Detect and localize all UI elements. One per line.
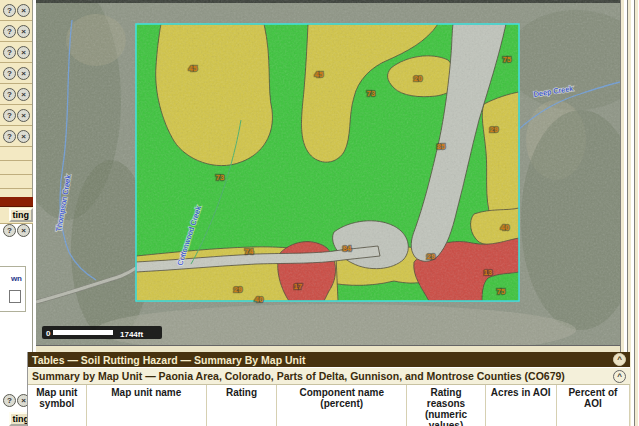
close-icon[interactable]: × bbox=[17, 109, 30, 122]
map-frame-bottom bbox=[36, 345, 620, 352]
summary-table: Map unit symbol Map unit name Rating Com… bbox=[28, 385, 630, 426]
view-rating-button[interactable]: ting bbox=[9, 208, 34, 222]
help-icon[interactable]: ? bbox=[3, 25, 16, 38]
map-unit-label: 45 bbox=[315, 70, 323, 79]
map-unit-label: 75 bbox=[503, 55, 511, 64]
col-percent-of-aoi[interactable]: Percent of AOI bbox=[556, 385, 629, 426]
map-unit-label: 29 bbox=[490, 125, 498, 134]
collapse-icon[interactable]: ^ bbox=[613, 353, 626, 366]
map-unit-label: 84 bbox=[343, 244, 352, 253]
col-rating[interactable]: Rating bbox=[206, 385, 276, 426]
sidebar-legend-rows: ?×?×?×?×?×?×?× bbox=[0, 0, 32, 147]
col-map-unit-name[interactable]: Map unit name bbox=[86, 385, 206, 426]
tables-title: Tables — Soil Rutting Hazard — Summary B… bbox=[32, 354, 305, 366]
summary-header-bar[interactable]: Summary by Map Unit — Paonia Area, Color… bbox=[28, 368, 630, 385]
close-icon[interactable]: × bbox=[17, 224, 30, 237]
sidebar-row: ?× bbox=[0, 63, 32, 84]
map-unit-label: 85 bbox=[437, 142, 445, 151]
map-unit-label: 17 bbox=[294, 282, 302, 291]
close-icon[interactable]: × bbox=[17, 25, 30, 38]
col-map-unit-symbol[interactable]: Map unit symbol bbox=[28, 385, 86, 426]
map-unit-label: 73 bbox=[367, 89, 375, 98]
map-unit-label: 20 bbox=[414, 74, 422, 83]
map-unit-label: 29 bbox=[234, 285, 242, 294]
help-icon[interactable]: ? bbox=[3, 46, 16, 59]
map-unit-label: 74 bbox=[245, 247, 254, 256]
sidebar-row: ?× bbox=[0, 84, 32, 105]
col-acres-in-aoi[interactable]: Acres in AOI bbox=[485, 385, 556, 426]
summary-title: Summary by Map Unit — Paonia Area, Color… bbox=[32, 370, 565, 382]
map-unit-label: 75 bbox=[497, 287, 505, 296]
sidebar-button-row: ting bbox=[0, 207, 33, 224]
close-icon[interactable]: × bbox=[17, 4, 30, 17]
help-icon[interactable]: ? bbox=[3, 130, 16, 143]
sidebar-row: ?× bbox=[0, 42, 32, 63]
sidebar-row bbox=[0, 161, 32, 175]
tables-header-bar[interactable]: Tables — Soil Rutting Hazard — Summary B… bbox=[28, 352, 630, 367]
map-unit-label: 45 bbox=[189, 64, 197, 73]
sidebar-row bbox=[0, 175, 32, 189]
map-unit-label: 40 bbox=[255, 295, 263, 304]
table-header-row: Map unit symbol Map unit name Rating Com… bbox=[28, 385, 630, 426]
scale-distance-label: 1744ft bbox=[120, 330, 143, 339]
sidebar-option-label: wn bbox=[11, 274, 22, 283]
close-icon[interactable]: × bbox=[17, 130, 30, 143]
help-icon[interactable]: ? bbox=[3, 394, 16, 407]
sidebar-section-header bbox=[0, 197, 33, 207]
help-icon[interactable]: ? bbox=[3, 88, 16, 101]
sidebar-row: ?× bbox=[0, 126, 32, 147]
scale-zero-label: 0 bbox=[46, 329, 51, 338]
sidebar-row: ?× bbox=[0, 21, 32, 42]
sidebar-row: ?× bbox=[0, 105, 32, 126]
map-unit-label: 40 bbox=[501, 223, 509, 232]
web-soil-survey-app: ?×?×?×?×?×?×?× ting ? × wn ? × ting bbox=[0, 0, 639, 426]
close-icon[interactable]: × bbox=[17, 67, 30, 80]
collapse-icon[interactable]: ^ bbox=[613, 370, 626, 383]
close-icon[interactable]: × bbox=[17, 46, 30, 59]
map-unit-label: 73 bbox=[216, 173, 224, 182]
col-rating-reasons[interactable]: Rating reasons (numeric values) bbox=[407, 385, 485, 426]
sidebar-icon-row: ? × bbox=[3, 394, 30, 407]
sidebar-icon-row: ? × bbox=[3, 224, 30, 237]
sidebar-options-box: wn bbox=[0, 266, 26, 312]
col-component-name[interactable]: Component name (percent) bbox=[277, 385, 407, 426]
map-unit-label: 29 bbox=[427, 252, 435, 261]
sidebar-row bbox=[0, 147, 32, 161]
close-icon[interactable]: × bbox=[17, 88, 30, 101]
scale-bar: 0 1744ft bbox=[42, 326, 162, 339]
map-unit-label: 13 bbox=[484, 268, 492, 277]
help-icon[interactable]: ? bbox=[3, 67, 16, 80]
help-icon[interactable]: ? bbox=[3, 224, 16, 237]
sidebar-row: ?× bbox=[0, 0, 32, 21]
help-icon[interactable]: ? bbox=[3, 4, 16, 17]
sidebar-option-input[interactable] bbox=[9, 290, 21, 303]
map-frame: Thompson Creek Cottonwood Creek Deep Cre… bbox=[33, 0, 620, 352]
help-icon[interactable]: ? bbox=[3, 109, 16, 122]
tables-panel: Tables — Soil Rutting Hazard — Summary B… bbox=[27, 352, 630, 426]
soil-map-canvas[interactable]: Thompson Creek Cottonwood Creek Deep Cre… bbox=[36, 0, 620, 345]
terrain-texture bbox=[36, 0, 620, 345]
